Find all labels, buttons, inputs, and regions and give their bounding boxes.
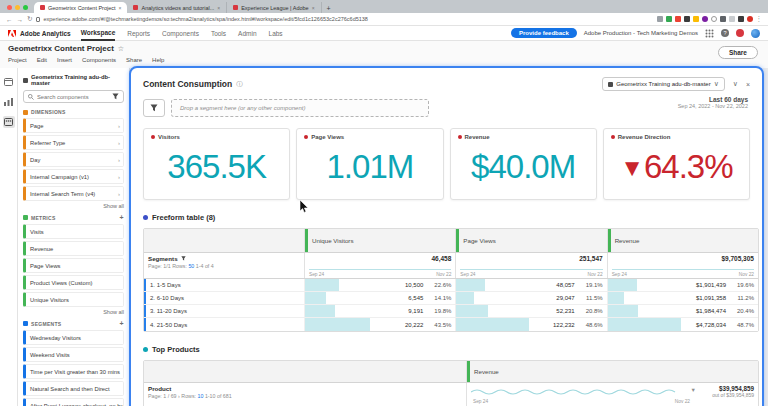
browser-extension-icon[interactable] <box>675 16 681 22</box>
dimension-item-internal-campaign[interactable]: Internal Campaign (v1)› <box>23 169 124 184</box>
forward-icon[interactable]: → <box>17 16 24 23</box>
segment-item-weekend-visits[interactable]: Weekend Visits <box>23 347 124 362</box>
sort-arrow-icon[interactable]: ▼ <box>691 387 696 393</box>
visualizations-icon[interactable] <box>3 96 15 108</box>
browser-extension-icon[interactable] <box>666 16 672 22</box>
browser-profile-icon[interactable] <box>747 16 753 22</box>
user-avatar[interactable] <box>751 29 760 38</box>
metric-item-page-views[interactable]: Page Views <box>23 258 124 273</box>
menu-components[interactable]: Components <box>82 57 116 63</box>
chevron-right-icon[interactable]: › <box>118 157 120 163</box>
product-header-cell[interactable]: Product Page: 1 / 69 › Rows: 10 1-10 of … <box>144 383 466 406</box>
table-row[interactable]: 3. 11-20 Days 9,19119.8% 52,23120.8% $1,… <box>144 305 758 318</box>
freeform-table-title[interactable]: Freeform table (8) <box>143 213 750 222</box>
browser-extension-icon[interactable] <box>684 16 690 22</box>
close-panel-icon[interactable]: × <box>746 81 750 88</box>
dimensions-show-all[interactable]: Show all <box>23 203 124 209</box>
summary-card-visitors[interactable]: Visitors 365.5K <box>143 128 290 200</box>
segment-filter-button[interactable] <box>143 99 165 117</box>
menu-share[interactable]: Share <box>126 57 142 63</box>
segment-item-natural-search[interactable]: Natural Search and then Direct <box>23 381 124 396</box>
metric-item-revenue[interactable]: Revenue <box>23 241 124 256</box>
dataset-header[interactable]: Geometrixx Training adu-db-master <box>23 72 124 90</box>
metrics-show-all[interactable]: Show all <box>23 309 124 315</box>
summary-card-revenue-direction[interactable]: Revenue Direction ▼64.3% <box>603 128 750 200</box>
browser-extension-icon[interactable] <box>720 16 726 22</box>
address-box[interactable]: experience.adobe.com/#/@techmarketingdem… <box>36 16 652 22</box>
reload-icon[interactable]: ↻ <box>27 15 32 23</box>
notification-icon[interactable] <box>736 29 744 37</box>
metric-item-visits[interactable]: Visits <box>23 224 124 239</box>
segment-item-after-pumi-checkout[interactable]: After Pumi Luggage checkout, no buy <box>23 398 124 406</box>
menu-help[interactable]: Help <box>152 57 164 63</box>
info-icon[interactable]: ⓘ <box>236 80 243 89</box>
browser-extension-icon[interactable] <box>711 16 717 22</box>
search-components-box[interactable] <box>23 90 124 103</box>
column-header-unique-visitors[interactable]: Unique Visitors <box>304 229 455 252</box>
tab-close-icon[interactable]: × <box>312 5 315 11</box>
menu-edit[interactable]: Edit <box>37 57 47 63</box>
help-icon[interactable]: ? <box>721 29 729 37</box>
search-input[interactable] <box>37 94 109 100</box>
star-icon[interactable]: ☆ <box>118 45 124 53</box>
window-maximize-icon[interactable] <box>23 5 28 10</box>
window-controls[interactable] <box>0 5 34 13</box>
new-tab-button[interactable]: + <box>322 5 336 13</box>
add-metric-button[interactable]: + <box>120 214 124 221</box>
menu-project[interactable]: Project <box>8 57 27 63</box>
nav-item-admin[interactable]: Admin <box>238 27 256 40</box>
back-icon[interactable]: ← <box>6 16 13 23</box>
dataset-dropdown[interactable]: Geometrixx Training adu-db-master ∨ <box>602 77 725 91</box>
browser-extension-icon[interactable] <box>657 16 663 22</box>
column-header-page-views[interactable]: Page Views <box>455 229 606 252</box>
column-header-revenue[interactable]: Revenue <box>607 229 758 252</box>
chevron-right-icon[interactable]: › <box>118 191 120 197</box>
share-button[interactable]: Share <box>718 46 758 59</box>
segments-header-cell[interactable]: Segments Page: 1/1 Rows: 50 1-4 of 4 <box>144 253 304 278</box>
browser-extension-icon[interactable] <box>693 16 699 22</box>
window-minimize-icon[interactable] <box>15 5 20 10</box>
dimension-item-internal-search-term[interactable]: Internal Search Term (v4)› <box>23 186 124 201</box>
browser-tab-active[interactable]: Geometrixx Content Project × <box>34 2 127 13</box>
provide-feedback-button[interactable]: Provide feedback <box>511 28 577 38</box>
date-range[interactable]: Last 60 days Sep 24, 2022 - Nov 22, 2022 <box>678 96 748 109</box>
summary-card-page-views[interactable]: Page Views 1.01M <box>296 128 443 200</box>
chevron-right-icon[interactable]: › <box>118 140 120 146</box>
top-products-title[interactable]: Top Products <box>143 345 750 354</box>
tab-close-icon[interactable]: × <box>217 5 220 11</box>
nav-item-reports[interactable]: Reports <box>127 27 150 40</box>
browser-tab[interactable]: Experience League | Adobe × <box>227 2 321 13</box>
nav-item-components[interactable]: Components <box>162 27 199 40</box>
pagination-text[interactable]: Page: 1/1 Rows: 50 1-4 of 4 <box>148 263 300 269</box>
metric-item-unique-visitors[interactable]: Unique Visitors <box>23 292 124 307</box>
chevron-right-icon[interactable]: › <box>118 174 120 180</box>
app-grid-icon[interactable] <box>705 29 714 38</box>
browser-extension-icon[interactable] <box>738 16 744 22</box>
filter-icon[interactable] <box>181 256 186 261</box>
filter-icon[interactable] <box>112 93 119 100</box>
tab-close-icon[interactable]: × <box>119 5 122 11</box>
nav-item-labs[interactable]: Labs <box>269 27 283 40</box>
table-row[interactable]: 4. 21-50 Days 20,22243.5% 122,23248.6% $… <box>144 318 758 331</box>
dimension-item-referrer-type[interactable]: Referrer Type› <box>23 135 124 150</box>
metric-item-product-views[interactable]: Product Views (Custom) <box>23 275 124 290</box>
pagination-text[interactable]: Page: 1 / 69 › Rows: 10 1-10 of 681 <box>148 393 462 399</box>
table-row[interactable]: 1. 1-5 Days 10,50022.6% 48,05719.1% $1,9… <box>144 279 758 292</box>
table-row[interactable]: 2. 6-10 Days 6,54514.1% 29,04711.5% $1,0… <box>144 292 758 305</box>
nav-item-workspace[interactable]: Workspace <box>81 26 116 41</box>
nav-item-tools[interactable]: Tools <box>211 27 226 40</box>
add-segment-button[interactable]: + <box>120 320 124 327</box>
segment-dropzone[interactable]: Drop a segment here (or any other compon… <box>171 99 429 117</box>
browser-extension-icon[interactable] <box>729 16 735 22</box>
dimension-item-day[interactable]: Day› <box>23 152 124 167</box>
menu-insert[interactable]: Insert <box>57 57 72 63</box>
segment-item-wednesday-visitors[interactable]: Wednesday Visitors <box>23 330 124 345</box>
kebab-menu-icon[interactable]: ⋮ <box>756 15 763 23</box>
browser-extension-icon[interactable] <box>702 16 708 22</box>
segment-item-time-per-visit[interactable]: Time per Visit greater than 30 mins <box>23 364 124 379</box>
dimension-item-page[interactable]: Page› <box>23 118 124 133</box>
collapse-panel-icon[interactable]: ∨ <box>733 80 738 88</box>
panels-icon[interactable] <box>3 76 15 88</box>
window-close-icon[interactable] <box>7 5 12 10</box>
chevron-right-icon[interactable]: › <box>118 123 120 129</box>
